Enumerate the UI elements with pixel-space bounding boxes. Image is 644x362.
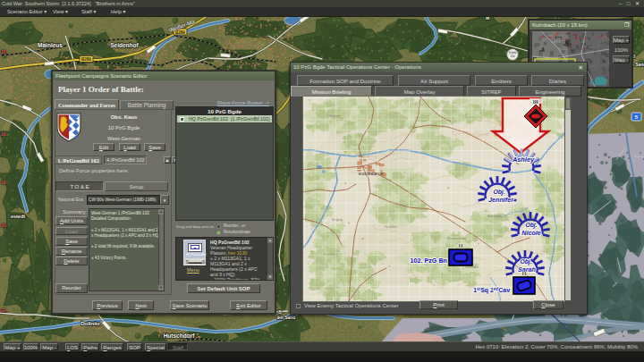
svg-text:I I: I I <box>522 271 527 276</box>
svg-text:15k: 15k <box>511 55 515 58</box>
svg-text:16.: 16. <box>1 131 8 137</box>
svg-text:Melkendorf: Melkendorf <box>487 215 501 218</box>
svg-text:Obj.: Obj. <box>520 258 531 265</box>
svg-text:22.: 22. <box>1 307 8 313</box>
svg-text:Sarah: Sarah <box>518 265 537 274</box>
svg-text:III: III <box>533 99 538 105</box>
svg-text:estedt: estedt <box>11 214 25 219</box>
svg-text:Obj.: Obj. <box>493 189 504 196</box>
svg-text:Seidenhof: Seidenhof <box>110 42 139 48</box>
svg-text:Forstlahm: Forstlahm <box>385 225 397 229</box>
svg-text:18.: 18. <box>1 180 8 185</box>
svg-text:I I: I I <box>459 243 463 248</box>
svg-text:10.: 10. <box>1 49 8 55</box>
svg-text:Ashley: Ashley <box>512 156 535 164</box>
svg-text:Obj.: Obj. <box>525 222 537 229</box>
svg-text:B: B <box>278 309 282 315</box>
svg-text:Mainleus: Mainleus <box>38 42 63 48</box>
svg-text:Burghaig: Burghaig <box>332 218 343 222</box>
svg-text:Nicole: Nicole <box>521 229 541 237</box>
svg-text:Jennifer: Jennifer <box>488 196 514 204</box>
svg-text:B289: B289 <box>81 57 91 62</box>
svg-text:Dollnitz: Dollnitz <box>80 321 100 326</box>
svg-text:Hutschdorf: Hutschdorf <box>164 333 196 339</box>
svg-text:KULMBACH: KULMBACH <box>359 172 383 176</box>
svg-text:20.: 20. <box>1 223 8 228</box>
svg-text:Metzdorf: Metzdorf <box>329 114 340 118</box>
svg-text:am Sand: am Sand <box>277 315 296 320</box>
svg-text:M: M <box>486 17 489 21</box>
svg-text:Petzmannsberg: Petzmannsberg <box>447 237 466 240</box>
svg-text:102. PzG Bn: 102. PzG Bn <box>410 257 447 265</box>
